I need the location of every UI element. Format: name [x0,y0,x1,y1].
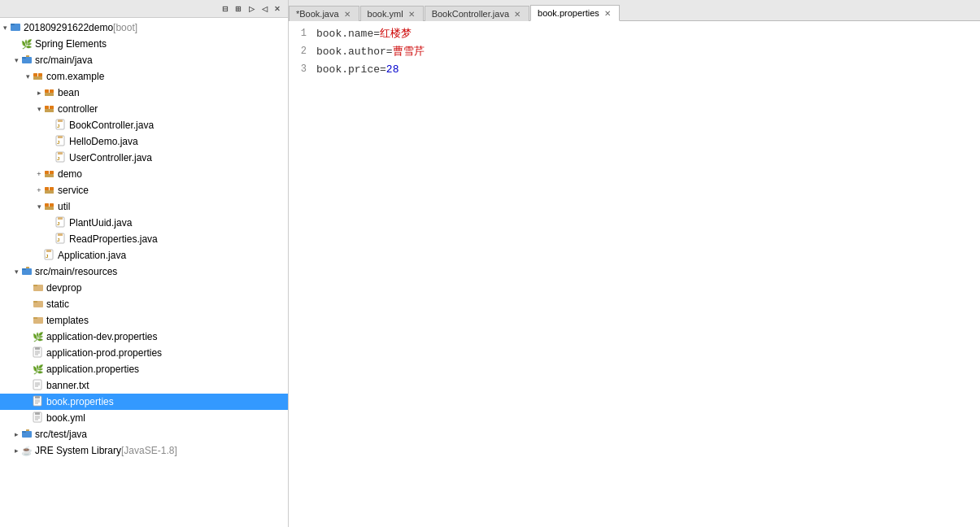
tree-item-book-yml[interactable]: book.yml [0,410,288,426]
item-label-banner: banner.txt [46,380,89,391]
expand-icon[interactable]: ▸ [11,430,21,438]
tree-item-hellodemo[interactable]: JHelloDemo.java [0,133,288,150]
svg-rect-30 [50,203,54,207]
line-value-3: 28 [386,63,399,76]
expand-icon[interactable]: + [34,186,44,194]
expand-icon[interactable]: ▾ [34,203,44,211]
tree-item-app-props[interactable]: 🌿application.properties [0,361,288,377]
tree-item-static[interactable]: static [0,296,288,312]
tree-item-bookcontroller[interactable]: JBookController.java [0,117,288,133]
line-content-2[interactable]: book.author=曹雪芹 [313,44,980,59]
tab-close-bookcontroller-java[interactable]: ✕ [514,10,520,19]
tree-item-book-props[interactable]: book.properties [0,394,288,410]
close-icon[interactable]: ✕ [272,3,283,15]
tree-item-readprops[interactable]: JReadProperties.java [0,231,288,247]
svg-text:J: J [46,254,48,259]
item-icon-src [21,54,33,68]
item-label-book-yml: book.yml [46,412,85,424]
tree-item-templates[interactable]: templates [0,312,288,329]
svg-rect-23 [45,171,49,174]
expand-icon[interactable]: ▾ [34,105,44,113]
tree-item-banner[interactable]: banner.txt [0,377,288,394]
line-value-2: 曹雪芹 [393,46,425,58]
tree-item-src-main-java[interactable]: ▾src/main/java [0,52,288,68]
svg-rect-39 [46,250,51,252]
item-icon-folder [33,298,44,311]
svg-rect-60 [35,396,40,399]
item-label-spring: Spring Elements [35,38,107,50]
item-icon-java: J [44,249,55,263]
tree-item-plantuuid[interactable]: JPlantUuid.java [0,215,288,231]
code-editor[interactable]: 1book.name=红楼梦2book.author=曹雪芹3book.pric… [289,21,980,527]
item-label-src-main-res: src/main/resources [35,266,117,277]
svg-rect-24 [50,171,54,174]
svg-rect-1 [11,24,15,25]
tree-item-util[interactable]: ▾util [0,198,288,215]
expand-icon[interactable]: ▾ [23,72,33,81]
expand-icon[interactable]: ▾ [11,56,21,64]
expand-all-icon[interactable]: ⊞ [233,3,244,15]
line-key-2: book.author= [316,46,393,58]
item-label-src-test: src/test/java [35,429,87,440]
svg-rect-3 [22,57,26,59]
line-content-1[interactable]: book.name=红楼梦 [313,26,980,41]
tree-item-root[interactable]: ▾201809291622demo [boot] [0,20,288,36]
tree-item-controller[interactable]: ▾controller [0,101,288,117]
tree-item-devprop[interactable]: devprop [0,280,288,296]
item-icon-java: J [55,233,67,246]
item-label-bean: bean [58,87,80,98]
tree-item-demo[interactable]: +demo [0,166,288,182]
tab-book-java[interactable]: *Book.java✕ [289,6,359,21]
tree-item-com-example[interactable]: ▾com.example [0,68,288,85]
line-value-1: 红楼梦 [380,28,412,40]
forward-icon[interactable]: ▷ [246,3,257,15]
item-label-app-dev: application-dev.properties [46,331,158,342]
tree-item-app-dev[interactable]: 🌿application-dev.properties [0,329,288,345]
expand-icon[interactable]: ▸ [34,89,44,97]
svg-rect-45 [33,285,37,286]
tree-item-src-main-res[interactable]: ▾src/main/resources [0,264,288,280]
tree-item-app-prod[interactable]: application-prod.properties [0,345,288,361]
tab-label-book-properties: book.properties [538,8,599,18]
item-label-com-example: com.example [46,71,104,82]
code-line-2: 2book.author=曹雪芹 [289,42,980,60]
tree-item-jre[interactable]: ▸☕JRE System Library [JavaSE-1.8] [0,442,288,459]
tree-item-application[interactable]: JApplication.java [0,247,288,264]
svg-rect-13 [45,109,54,112]
tab-close-book-java[interactable]: ✕ [344,10,351,19]
svg-text:J: J [57,156,59,161]
item-label-devprop: devprop [46,282,81,294]
tab-close-book-properties[interactable]: ✕ [604,9,611,18]
tab-book-yml[interactable]: book.yml✕ [360,6,424,21]
collapse-all-icon[interactable]: ⊟ [220,3,231,15]
svg-text:J: J [57,124,59,128]
svg-rect-51 [35,347,40,350]
tree-item-spring[interactable]: 🌿Spring Elements [0,36,288,52]
item-label-jre: JRE System Library [35,445,121,456]
project-tree: ▾201809291622demo [boot] 🌿Spring Element… [0,18,288,527]
item-label-demo: demo [58,168,82,180]
tab-book-properties[interactable]: book.properties✕ [530,5,620,21]
panel-header: ⊟ ⊞ ▷ ◁ ✕ [0,0,288,18]
tree-item-bean[interactable]: ▸bean [0,85,288,101]
item-icon-java: J [55,151,67,165]
tree-item-src-test[interactable]: ▸src/test/java [0,426,288,442]
expand-icon[interactable]: ▾ [0,24,10,32]
tree-item-service[interactable]: +service [0,182,288,198]
item-label-static: static [46,298,69,310]
back-icon[interactable]: ◁ [259,3,270,15]
tab-close-book-yml[interactable]: ✕ [408,10,415,19]
tab-bookcontroller-java[interactable]: BookController.java✕ [425,6,529,21]
expand-icon[interactable]: ▾ [11,268,21,276]
svg-rect-21 [58,152,63,155]
expand-icon[interactable]: ▸ [11,446,21,455]
item-icon-src [21,428,33,442]
svg-rect-49 [33,317,37,319]
item-label-usercontroller: UserController.java [69,152,152,163]
line-content-3[interactable]: book.price=28 [313,63,980,76]
svg-rect-6 [38,73,42,76]
svg-text:J: J [57,237,59,242]
tree-item-usercontroller[interactable]: JUserController.java [0,150,288,166]
item-icon-pkg [33,70,44,84]
expand-icon[interactable]: + [34,170,44,178]
